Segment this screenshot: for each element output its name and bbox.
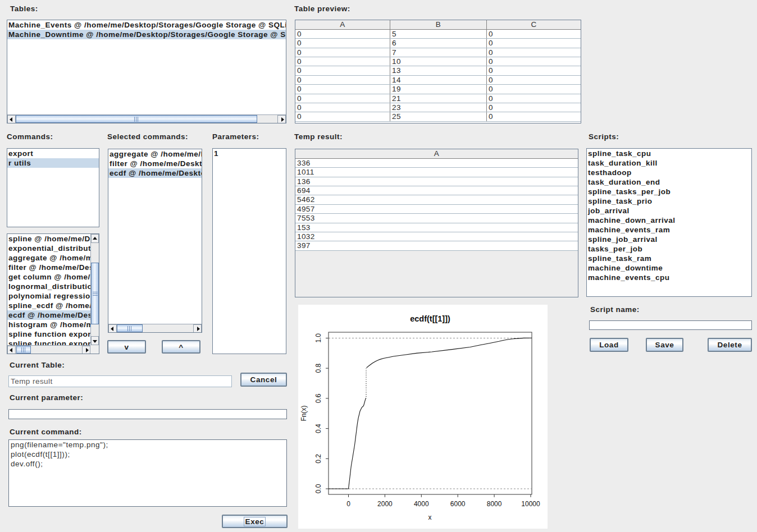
svg-text:0.0: 0.0	[314, 484, 322, 493]
svg-text:0.6: 0.6	[314, 393, 322, 403]
svg-text:0.4: 0.4	[314, 424, 322, 433]
svg-text:0: 0	[346, 500, 350, 508]
svg-text:0.8: 0.8	[314, 364, 322, 373]
svg-text:8000: 8000	[487, 500, 502, 508]
svg-text:2000: 2000	[377, 500, 393, 508]
svg-text:6000: 6000	[450, 500, 466, 508]
svg-text:0.2: 0.2	[314, 454, 322, 464]
svg-text:4000: 4000	[414, 500, 429, 508]
svg-text:1.0: 1.0	[314, 333, 322, 343]
svg-text:10000: 10000	[521, 500, 540, 508]
svg-text:ecdf(t[[1]]): ecdf(t[[1]])	[410, 314, 450, 323]
svg-text:Fn(x): Fn(x)	[300, 406, 308, 421]
svg-text:x: x	[428, 513, 432, 521]
